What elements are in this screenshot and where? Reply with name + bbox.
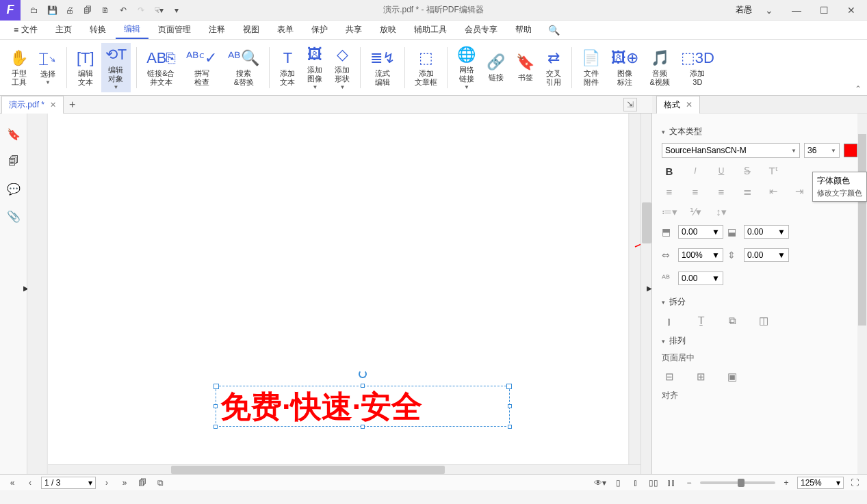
ribbon-交叉-引用[interactable]: ⇄交叉 引用 <box>541 43 566 92</box>
ribbon-添加-形状[interactable]: ◇添加 形状▼ <box>330 43 354 92</box>
ribbon-拼写-检查[interactable]: ᴬᴮᶜ✓拼写 检查 <box>182 43 221 92</box>
superscript-button[interactable]: Tᵗ <box>766 163 781 178</box>
qat-copy-icon[interactable]: 🗐 <box>79 2 96 18</box>
ribbon-选择[interactable]: ⌶↘选择▼ <box>35 43 61 92</box>
ribbon-音频-&视频[interactable]: 🎵音频 &视频 <box>645 43 673 92</box>
menu-tab-play[interactable]: 放映 <box>372 21 404 38</box>
merge-icon[interactable]: ⧉ <box>725 313 740 328</box>
continuous-icon[interactable]: ⫿ <box>629 476 643 490</box>
document-tab[interactable]: 演示.pdf * ✕ <box>1 96 64 114</box>
spacing-after-select[interactable]: 0.00▼ <box>744 225 789 239</box>
qat-redo-icon[interactable]: ↷ <box>133 2 149 18</box>
section-text-type[interactable]: 文本类型 <box>662 126 857 137</box>
qat-export-icon[interactable]: 🗎 <box>97 2 114 18</box>
bold-button[interactable]: B <box>662 163 677 178</box>
number-list-button[interactable]: ⅟▾ <box>688 204 703 220</box>
qat-open-icon[interactable]: 🗀 <box>26 2 42 18</box>
ribbon-编辑-对象[interactable]: ⟲T编辑 对象▼ <box>101 43 131 92</box>
ribbon-搜索-&替换[interactable]: ᴬᴮ🔍搜索 &替换 <box>224 43 263 92</box>
indent-inc-button[interactable]: ⇥ <box>792 184 807 199</box>
menu-tab-help[interactable]: 帮助 <box>507 21 540 38</box>
ribbon-链接&合-并文本[interactable]: AB⎘链接&合 并文本 <box>142 43 179 92</box>
user-name[interactable]: 若愚 <box>736 4 752 16</box>
horizontal-scrollbar[interactable] <box>48 464 640 474</box>
ribbon-添加-文本[interactable]: T添加 文本 <box>275 43 300 92</box>
split-text-icon[interactable]: Ṯ <box>693 313 708 328</box>
char-spacing-select[interactable]: 0.00▼ <box>744 248 789 262</box>
menu-tab-comment[interactable]: 注释 <box>200 21 233 38</box>
single-page-icon[interactable]: ▯ <box>611 476 625 490</box>
comment-icon[interactable]: 💬 <box>7 182 21 196</box>
format-tab[interactable]: 格式 ✕ <box>656 96 700 114</box>
prev-page-button[interactable]: ‹ <box>23 476 37 490</box>
zoom-in-button[interactable]: + <box>779 476 793 490</box>
ribbon-添加-图像[interactable]: 🖼添加 图像▼ <box>302 43 327 92</box>
align-right-button[interactable]: ≡ <box>714 184 729 199</box>
ribbon-流式-编辑[interactable]: ≣↯流式 编辑 <box>366 43 399 92</box>
menu-file[interactable]: ≡文件 <box>5 21 46 38</box>
menu-tab-share[interactable]: 共享 <box>337 21 370 38</box>
center-both-icon[interactable]: ▣ <box>725 369 740 384</box>
section-split[interactable]: 拆分 <box>662 296 857 308</box>
zoom-slider[interactable] <box>700 481 775 484</box>
rpanel-collapse-icon[interactable]: ⇲ <box>623 98 637 111</box>
read-mode-icon[interactable]: 👁▾ <box>593 476 607 490</box>
qat-undo-icon[interactable]: ↶ <box>115 2 131 18</box>
menu-tab-edit[interactable]: 编辑 <box>116 21 148 39</box>
line-spacing-button[interactable]: ↕▾ <box>714 204 729 220</box>
two-continuous-icon[interactable]: ⫿⫿ <box>664 476 678 490</box>
qat-touch-icon[interactable]: ☟▾ <box>151 2 167 18</box>
ribbon-编辑-文本[interactable]: [T]编辑 文本 <box>73 43 99 92</box>
minimize-button[interactable]: — <box>786 1 807 20</box>
qat-print-icon[interactable]: 🖨 <box>62 2 78 18</box>
maximize-button[interactable]: ☐ <box>814 1 834 20</box>
bullet-list-button[interactable]: ≔▾ <box>662 204 677 220</box>
align-left-button[interactable]: ≡ <box>662 184 677 199</box>
kerning-select[interactable]: 0.00▼ <box>678 271 723 285</box>
pages-icon[interactable]: 🗐 <box>7 155 21 168</box>
attachment-icon[interactable]: 📎 <box>7 209 21 223</box>
fullscreen-icon[interactable]: ⛶ <box>848 476 862 490</box>
font-color-button[interactable] <box>844 144 857 157</box>
menu-tab-protect[interactable]: 保护 <box>303 21 336 38</box>
scale-h-select[interactable]: 100%▼ <box>678 248 723 262</box>
menu-tab-vip[interactable]: 会员专享 <box>456 21 506 38</box>
italic-button[interactable]: I <box>688 163 703 178</box>
search-icon[interactable]: 🔍 <box>548 25 560 36</box>
vertical-scrollbar[interactable] <box>640 114 651 474</box>
panel-scrollbar[interactable] <box>857 114 867 474</box>
ribbon-链接[interactable]: 🔗链接 <box>482 43 509 92</box>
canvas[interactable]: 免费·快速·安全 <box>27 114 651 474</box>
align-justify-button[interactable]: ≣ <box>740 184 755 199</box>
zoom-select[interactable]: 125%▾ <box>797 477 844 489</box>
crop-icon[interactable]: ◫ <box>756 313 771 328</box>
rotation-handle-icon[interactable] <box>359 370 367 378</box>
ribbon-图像-标注[interactable]: 🖼⊕图像 标注 <box>607 43 643 92</box>
menu-tab-convert[interactable]: 转换 <box>81 21 114 38</box>
split-vert-icon[interactable]: ⫿ <box>662 313 677 328</box>
center-h-icon[interactable]: ⊟ <box>662 369 677 384</box>
ribbon-网络-链接[interactable]: 🌐网络 链接▼ <box>453 43 480 92</box>
selected-text[interactable]: 免费·快速·安全 <box>216 386 509 427</box>
close-panel-icon[interactable]: ✕ <box>686 100 693 109</box>
fit-page-icon[interactable]: 🗐 <box>135 476 149 490</box>
strikethrough-button[interactable]: S̶ <box>740 163 755 178</box>
indent-dec-button[interactable]: ⇤ <box>766 184 781 199</box>
first-page-button[interactable]: « <box>5 476 19 490</box>
font-size-select[interactable]: 36▼ <box>804 143 840 158</box>
menu-tab-home[interactable]: 主页 <box>47 21 80 38</box>
font-select[interactable]: SourceHanSansCN-M▼ <box>662 143 800 158</box>
ribbon-添加-文章框[interactable]: ⬚添加 文章框 <box>411 43 441 92</box>
close-tab-icon[interactable]: ✕ <box>50 101 56 109</box>
qat-more-icon[interactable]: ▾ <box>168 2 185 18</box>
ribbon-文件-附件[interactable]: 📄文件 附件 <box>578 43 604 92</box>
spacing-before-select[interactable]: 0.00▼ <box>678 225 723 239</box>
center-v-icon[interactable]: ⊞ <box>693 369 708 384</box>
underline-button[interactable]: U <box>714 163 729 178</box>
menu-tab-form[interactable]: 表单 <box>269 21 302 38</box>
bookmark-icon[interactable]: 🔖 <box>7 127 21 141</box>
fit-width-icon[interactable]: ⧉ <box>153 476 167 490</box>
qat-save-icon[interactable]: 💾 <box>44 2 60 18</box>
close-button[interactable]: ✕ <box>841 1 862 20</box>
ribbon-collapse-icon[interactable]: ⌃ <box>855 84 862 94</box>
